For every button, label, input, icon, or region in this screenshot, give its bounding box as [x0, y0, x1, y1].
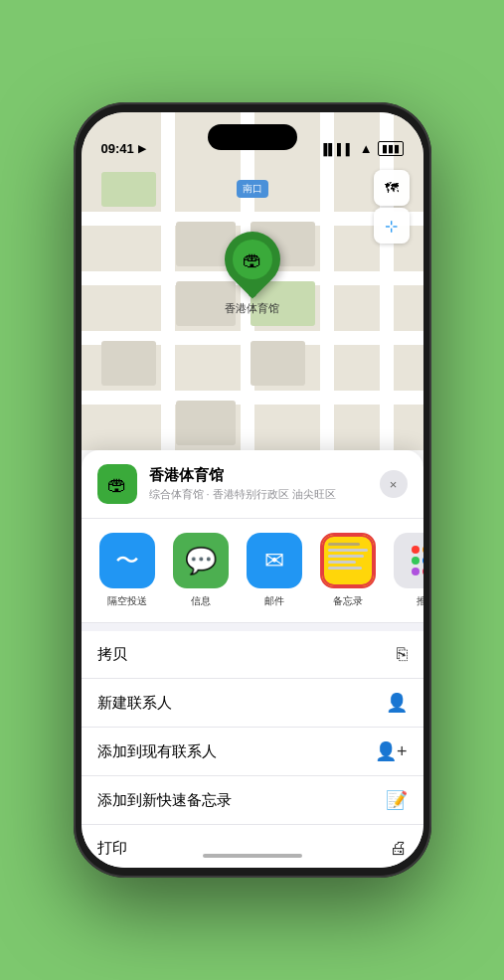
map-park: [101, 172, 156, 207]
map-block: [251, 341, 305, 386]
messages-label: 信息: [191, 594, 211, 608]
share-item-more[interactable]: 推: [392, 533, 423, 608]
copy-label: 拷贝: [97, 645, 127, 664]
map-icon: 🗺: [385, 180, 399, 196]
map-controls: 🗺 ⊹: [374, 170, 410, 244]
location-pin: 🏟 香港体育馆: [225, 232, 280, 316]
place-icon: 🏟: [97, 464, 137, 504]
messages-symbol: 💬: [185, 546, 217, 576]
close-icon: ×: [390, 477, 398, 492]
copy-icon: ⎘: [397, 644, 408, 665]
pin-label: 香港体育馆: [225, 301, 279, 316]
mail-icon-bg: ✉: [247, 533, 302, 588]
place-name: 香港体育馆: [149, 466, 368, 485]
share-item-notes[interactable]: 备忘录: [318, 533, 378, 608]
place-text: 香港体育馆 综合体育馆 · 香港特别行政区 油尖旺区: [149, 466, 368, 502]
place-info-header: 🏟 香港体育馆 综合体育馆 · 香港特别行政区 油尖旺区 ×: [82, 450, 423, 519]
home-indicator: [203, 854, 302, 858]
new-contact-label: 新建联系人: [97, 694, 172, 713]
wifi-icon: ▲: [360, 141, 373, 156]
add-existing-label: 添加到现有联系人: [97, 742, 217, 761]
mail-symbol: ✉: [264, 547, 284, 574]
dynamic-island: [208, 124, 297, 150]
battery-icon: ▮▮▮: [378, 141, 404, 156]
pin-inner: 🏟: [233, 240, 272, 279]
entrance-text: 南口: [243, 183, 262, 194]
action-new-contact[interactable]: 新建联系人 👤: [82, 679, 423, 728]
action-add-notes[interactable]: 添加到新快速备忘录 📝: [82, 776, 423, 825]
more-apps-icon: [394, 533, 423, 588]
map-view-button[interactable]: 🗺: [374, 170, 410, 206]
compass-icon: ⊹: [385, 217, 398, 236]
person-plus-icon: 👤+: [375, 740, 408, 762]
print-label: 打印: [97, 839, 127, 858]
bottom-sheet: 🏟 香港体育馆 综合体育馆 · 香港特别行政区 油尖旺区 × 〜 隔空投送: [82, 450, 423, 868]
notes-icon-bg: [320, 533, 376, 588]
status-icons: ▐▌▌▌ ▲ ▮▮▮: [319, 141, 403, 156]
pin-circle: 🏟: [213, 220, 291, 298]
action-list: 拷贝 ⎘ 新建联系人 👤 添加到现有联系人 👤+ 添加到新快速备忘录 📝: [82, 631, 423, 868]
share-item-airdrop[interactable]: 〜 隔空投送: [97, 533, 157, 608]
more-label: 推: [417, 594, 423, 608]
share-item-messages[interactable]: 💬 信息: [171, 533, 231, 608]
map-entrance-label: 南口: [237, 180, 268, 198]
action-print[interactable]: 打印 🖨: [82, 825, 423, 868]
phone-screen: 09:41 ▶ ▐▌▌▌ ▲ ▮▮▮: [82, 112, 423, 868]
printer-icon: 🖨: [390, 838, 408, 859]
venue-icon: 🏟: [107, 473, 127, 496]
messages-icon-bg: 💬: [173, 533, 229, 588]
location-arrow-icon: ▶: [138, 143, 146, 154]
status-time: 09:41 ▶: [101, 141, 146, 156]
notes-label: 备忘录: [333, 594, 363, 608]
person-add-icon: 👤: [386, 692, 408, 714]
location-button[interactable]: ⊹: [374, 208, 410, 244]
place-description: 综合体育馆 · 香港特别行政区 油尖旺区: [149, 487, 368, 502]
airdrop-label: 隔空投送: [107, 594, 147, 608]
share-row: 〜 隔空投送 💬 信息 ✉ 邮件: [82, 519, 423, 623]
action-add-existing[interactable]: 添加到现有联系人 👤+: [82, 728, 423, 776]
note-icon: 📝: [386, 789, 408, 811]
stadium-icon: 🏟: [243, 248, 262, 271]
time-display: 09:41: [101, 141, 134, 156]
add-notes-label: 添加到新快速备忘录: [97, 791, 232, 810]
close-button[interactable]: ×: [380, 470, 408, 498]
mail-label: 邮件: [264, 594, 284, 608]
action-copy[interactable]: 拷贝 ⎘: [82, 631, 423, 679]
signal-icon: ▐▌▌▌: [319, 143, 354, 155]
phone-frame: 09:41 ▶ ▐▌▌▌ ▲ ▮▮▮: [74, 102, 431, 878]
airdrop-icon: 〜: [99, 533, 155, 588]
map-block: [176, 401, 236, 445]
map-block: [101, 341, 156, 386]
share-item-mail[interactable]: ✉ 邮件: [245, 533, 304, 608]
airdrop-symbol: 〜: [115, 545, 139, 576]
